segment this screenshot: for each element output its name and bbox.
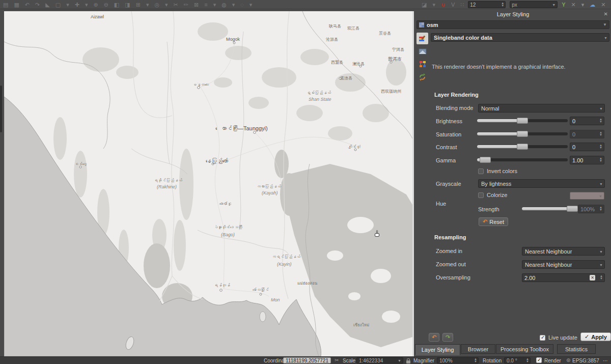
blending-mode-value: Normal [481,105,499,111]
reset-button[interactable]: ↶ Reset [479,217,508,226]
close-small-icon[interactable]: ✕ [601,1,605,9]
add-layer-dropdown-icon[interactable]: ▾ [146,1,149,9]
print-layout-icon[interactable]: ▦ [14,1,19,9]
brightness-slider[interactable] [477,117,568,124]
grayscale-select[interactable]: By lightness ▼ [478,179,605,188]
live-update-checkbox[interactable] [540,335,545,341]
apply-button[interactable]: ✓ Apply [580,332,611,341]
contrast-slider[interactable] [477,143,568,150]
colorize-checkbox[interactable] [478,192,484,198]
style-dropdown-icon[interactable]: ▾ [432,1,435,9]
layer-selector[interactable]: osm ▼ [416,20,609,29]
lock-scale-icon[interactable] [406,360,410,363]
map-label: စစ်တွေ [74,162,87,166]
map-label: 西盟县 [331,60,343,65]
topology-checker-icon[interactable]: Y [562,1,565,9]
snapping-magnet-icon[interactable]: ∪ [441,1,446,9]
scale-select[interactable]: 1:4622334 ▼ [356,357,403,363]
zoomed-in-select[interactable]: Nearest Neighbour ▼ [522,247,605,256]
tab-layer-styling[interactable]: Layer Styling [415,344,460,355]
colorize-row: Colorize [478,192,507,198]
select-rectangle-icon[interactable]: ▢ [55,1,61,9]
blending-mode-select[interactable]: Normal ▼ [478,104,605,113]
add-raster-layer-icon[interactable]: ◨ [125,1,130,9]
north-arrow-icon[interactable]: ◌ [240,1,244,9]
histogram-tab-icon[interactable] [416,58,428,70]
clear-small-icon[interactable]: ✕ [571,1,576,9]
history-tab-icon[interactable] [416,71,428,82]
rotation-spinbox[interactable]: 0.0 ° ▲▼ [504,357,531,363]
identify-features-icon[interactable]: ◎ [154,1,159,9]
zoom-out-icon[interactable]: ⊖ [104,1,108,9]
crs-status-button[interactable]: EPSG:3857 [572,358,599,363]
transparency-tab-icon[interactable] [416,45,428,57]
contrast-spinbox[interactable]: 0▲▼ [570,143,604,151]
map-label: ကယားပြည်နယ် [257,184,281,189]
symbology-tab-icon[interactable] [416,33,428,44]
live-update-row: Live update [540,334,577,341]
map-label: ကရင်ပြည်နယ် [272,255,300,259]
tab-statistics[interactable]: Statistics [557,344,596,354]
map-label: 宁洱县 [392,47,404,52]
oversampling-spinbox[interactable]: 2.00 ✕ ▲▼ [522,273,605,282]
zoom-in-icon[interactable]: ⊕ [93,1,98,9]
pan-dropdown-icon[interactable]: ▾ [85,1,88,9]
raster-dropdown-icon[interactable]: ▾ [232,1,235,9]
tab-browser[interactable]: Browser [461,344,495,354]
strength-spinbox[interactable]: 100%▲▼ [578,205,604,213]
gamma-spinbox[interactable]: 1.00▲▼ [570,156,604,164]
digitize-dots-icon[interactable]: ∷ [460,1,464,9]
chevron-down-icon: ▼ [599,263,603,267]
save-project-icon[interactable]: ▤ [3,1,8,9]
colorize-color-swatch[interactable]: ▼ [570,192,604,200]
invert-colors-checkbox[interactable] [478,169,484,174]
attribute-table-icon[interactable]: ≡ [204,1,207,9]
layer-rendering-heading: Layer Rendering [434,92,479,98]
style-manager-icon[interactable]: ◪ [422,1,427,9]
pan-map-icon[interactable]: ✚ [75,1,79,9]
strength-slider[interactable] [522,205,576,212]
table-dropdown-icon[interactable]: ▾ [213,1,216,9]
render-checkbox[interactable] [536,357,542,363]
cloud-icon[interactable]: ☁ [590,1,595,9]
raster-calc-icon[interactable]: ◍ [221,1,227,9]
tab-processing-toolbox[interactable]: Processing Toolbox [496,344,553,354]
grayscale-value: By lightness [481,181,511,187]
map-label: နေပြည်တော် [206,158,228,164]
undo-style-button[interactable]: ↶ [429,333,439,342]
redo-style-button[interactable]: ↷ [442,333,453,342]
close-icon[interactable]: ✕ [604,11,608,17]
renderer-select[interactable]: Singleband color data ▼ [431,33,609,42]
gamma-slider[interactable] [477,156,568,163]
magnifier-spinbox[interactable]: 100% ▲▼ [437,357,479,363]
delete-selected-icon[interactable]: ⊠ [194,1,199,9]
coordinate-input[interactable]: 11181199,2057721 [283,357,331,363]
unit-select[interactable]: px ▼ [510,1,558,8]
cut-features-icon[interactable]: ✂ [174,1,178,9]
saturation-spinbox[interactable]: 0▲▼ [570,130,604,138]
dock-handle[interactable] [0,86,2,132]
measure-icon[interactable]: ◣ [45,1,49,9]
brightness-spinbox[interactable]: 0▲▼ [570,117,604,125]
clear-value-icon[interactable]: ✕ [590,275,595,281]
decoration-dropdown-icon[interactable]: ▾ [249,1,253,9]
tracing-icon[interactable]: V [451,1,455,9]
map-label: 孟连县 [340,75,352,81]
font-size-spinner[interactable]: 12 ▲▼ [468,1,506,8]
map-canvas[interactable]: Aizawl耿马县双江县沧源县景谷县宁洱县普洱市西盟县澜沧县孟连县西双版纳州ရှ… [4,11,412,356]
spinner-arrows-icon[interactable]: ▲▼ [501,2,504,7]
zoomed-out-select[interactable]: Nearest Neighbour ▼ [522,260,605,269]
saturation-slider[interactable] [477,130,568,137]
identify-dropdown-icon[interactable]: ▾ [165,1,168,9]
messages-button[interactable]: ⋯ [603,358,608,363]
render-label: Render [544,358,561,363]
toggle-editing-icon[interactable]: ✏ [184,1,188,9]
new-layer-icon[interactable]: ◧ [114,1,119,9]
select-dropdown-icon[interactable]: ▾ [66,1,69,9]
extents-toggle-icon[interactable]: ✂ [335,357,339,363]
add-vector-layer-icon[interactable]: ⊞ [136,1,141,9]
redo-icon[interactable]: ↷ [35,1,40,9]
undo-icon[interactable]: ↶ [25,1,30,9]
end-dropdown-icon[interactable]: ▾ [581,1,585,9]
zoomed-out-label: Zoomed out [436,261,466,267]
